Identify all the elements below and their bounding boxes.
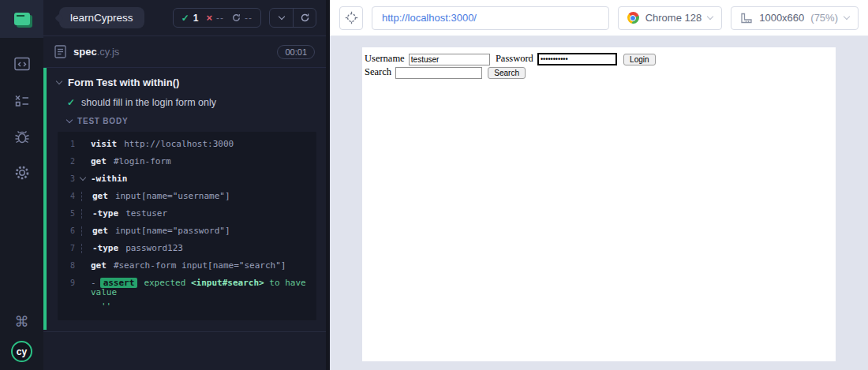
command-method: get: [91, 260, 107, 271]
test-body-header[interactable]: TEST BODY: [47, 117, 326, 125]
command-method: -within: [91, 174, 127, 184]
search-field[interactable]: [395, 67, 482, 79]
sidebar: ⌘ cy: [0, 0, 43, 370]
command-row[interactable]: 6 getinput[name="password"]: [58, 222, 316, 240]
test-stats: ✓ 1 × -- --: [173, 8, 261, 28]
command-row[interactable]: 4 getinput[name="username"]: [58, 188, 316, 205]
test-title: should fill in the login form only: [81, 97, 216, 108]
spec-name-ext: .cy.js: [97, 46, 120, 58]
command-log: 1 visithttp://localhost:3000 2 get#login…: [58, 132, 316, 320]
command-number: 6: [58, 226, 84, 236]
rerun-tests-button[interactable]: [293, 9, 316, 27]
search-button[interactable]: Search: [488, 67, 526, 79]
app-under-test: Username Password Login Search Search: [362, 47, 836, 361]
failed-x-icon: ×: [206, 13, 212, 23]
url-input[interactable]: [372, 6, 609, 30]
command-row[interactable]: 3 -within: [58, 170, 316, 188]
spec-name-bold: spec: [73, 46, 97, 58]
cypress-logo-text: cy: [17, 346, 27, 357]
sidebar-item-runs[interactable]: [13, 92, 31, 109]
password-label: Password: [496, 53, 533, 64]
stage-toolbar: Chrome 128 1000x660 (75%): [330, 0, 868, 36]
keyboard-shortcuts-button[interactable]: ⌘: [15, 315, 29, 330]
command-number: 5: [58, 209, 84, 219]
test-row[interactable]: ✓ should fill in the login form only: [47, 97, 326, 108]
pending-count: --: [245, 13, 253, 24]
command-number: 1: [58, 140, 84, 149]
command-row[interactable]: 1 visithttp://localhost:3000: [58, 136, 316, 153]
suite-header[interactable]: Form Test with within(): [47, 77, 326, 88]
cypress-runner-window: ⌘ cy learnCypress ✓ 1 × --: [0, 0, 868, 370]
chevron-down-icon: [707, 13, 713, 20]
stat-passed: ✓ 1: [181, 13, 199, 24]
assert-subject: <input#search>: [191, 278, 264, 288]
test-body-label: TEST BODY: [77, 117, 128, 125]
command-args: #login-form: [114, 156, 171, 166]
command-number: 4: [58, 192, 84, 201]
command-method: visit: [91, 139, 117, 149]
command-args: password123: [125, 243, 183, 253]
cypress-logo[interactable]: cy: [11, 341, 32, 362]
sidebar-item-debug[interactable]: [13, 128, 31, 145]
login-form-row: Username Password Login: [365, 52, 833, 65]
active-spec-icon: [14, 13, 30, 25]
project-name-pill: learnCypress: [59, 7, 144, 28]
reporter-divider: [43, 331, 326, 332]
browser-label: Chrome 128: [645, 12, 702, 24]
search-label: Search: [365, 66, 391, 77]
sidebar-nav: [13, 55, 31, 181]
viewport-zoom-label: (75%): [810, 12, 838, 24]
command-method: get: [91, 156, 107, 166]
collapse-all-button[interactable]: [270, 9, 293, 27]
command-row[interactable]: 2 get#login-form: [58, 153, 316, 170]
passed-count: 1: [193, 13, 199, 24]
command-row[interactable]: 7 -typepassword123: [58, 240, 316, 257]
password-field[interactable]: [537, 53, 617, 65]
suite-title: Form Test with within(): [68, 77, 179, 88]
test-passed-check-icon: ✓: [67, 97, 75, 108]
command-key-icon: ⌘: [15, 313, 29, 330]
command-args: testuser: [125, 208, 167, 219]
spec-row[interactable]: spec.cy.js 00:01: [43, 36, 326, 68]
chrome-icon: [627, 12, 639, 24]
suite-chevron-icon: [56, 78, 62, 84]
username-field[interactable]: [409, 54, 490, 65]
command-number: 8: [58, 261, 84, 271]
reporter-controls: [269, 8, 316, 28]
command-args: input[name="username"]: [115, 191, 230, 201]
sidebar-item-specs[interactable]: [13, 55, 31, 73]
reporter-panel: learnCypress ✓ 1 × -- --: [43, 0, 326, 370]
refresh-icon: [300, 13, 310, 23]
chevron-down-icon: [844, 13, 850, 20]
command-row[interactable]: 8 get#search-form input[name="search"]: [58, 257, 316, 275]
spec-duration-badge: 00:01: [277, 45, 315, 59]
stat-pending: --: [232, 13, 253, 24]
assert-pre-text: expected: [144, 278, 185, 288]
command-args: http://localhost:3000: [124, 139, 234, 149]
sidebar-item-spec-active[interactable]: [0, 0, 43, 38]
passed-check-icon: ✓: [181, 13, 189, 24]
viewport-label: 1000x660: [759, 12, 804, 24]
command-number: 7: [58, 244, 84, 253]
browser-select-button[interactable]: Chrome 128: [618, 6, 723, 30]
chevron-down-icon: [278, 13, 284, 20]
command-method: get: [92, 191, 108, 201]
command-method: -type: [92, 243, 118, 253]
suite-block: Form Test with within() ✓ should fill in…: [43, 68, 326, 330]
command-row[interactable]: 5 -typetestuser: [58, 205, 316, 222]
command-method: -type: [92, 208, 118, 219]
code-window-icon: [14, 57, 30, 71]
viewport-select-button[interactable]: 1000x660 (75%): [731, 6, 859, 30]
stat-failed: × --: [206, 13, 224, 24]
failed-count: --: [216, 13, 224, 24]
viewport-ruler-icon: [740, 13, 753, 24]
selector-playground-button[interactable]: [339, 6, 363, 30]
assert-expected-value: '': [91, 302, 310, 312]
checklist-icon: [14, 93, 30, 107]
assert-command-row[interactable]: 9 -assertexpected <input#search> to have…: [58, 275, 316, 316]
project-name: learnCypress: [70, 12, 133, 24]
sidebar-item-settings[interactable]: [13, 164, 31, 181]
username-label: Username: [365, 53, 405, 64]
spec-file-icon: [54, 45, 66, 58]
login-button[interactable]: Login: [623, 54, 655, 65]
